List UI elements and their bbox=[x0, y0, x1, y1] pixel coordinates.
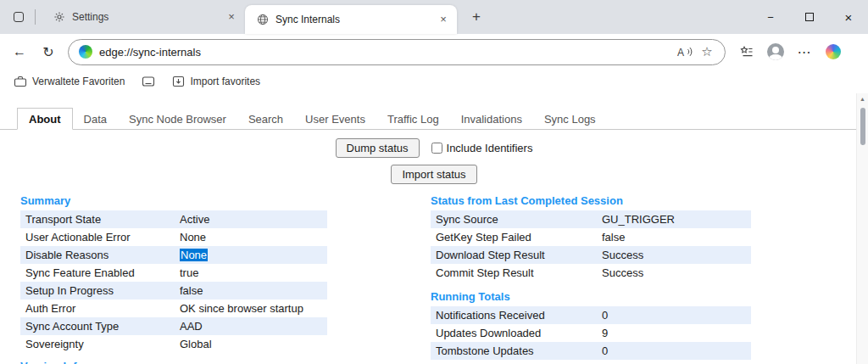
collections-icon bbox=[142, 76, 155, 87]
page-tab-sync-logs[interactable]: Sync Logs bbox=[533, 109, 607, 129]
table-row: Disable ReasonsNone bbox=[20, 246, 327, 264]
table-row: Commit Step ResultSuccess bbox=[431, 264, 751, 282]
row-label: Commit Step Result bbox=[431, 264, 597, 282]
row-value: Success bbox=[597, 264, 751, 282]
copilot-icon bbox=[826, 44, 841, 59]
row-label: Download Step Result bbox=[431, 246, 597, 264]
tab-actions-icon bbox=[14, 12, 24, 22]
tab-strip: Settings × Sync Internals × + − bbox=[0, 0, 868, 34]
row-value: GU_TRIGGER bbox=[597, 210, 751, 228]
refresh-icon: ↻ bbox=[42, 44, 53, 60]
status-controls: Dump status Include Identifiers Import s… bbox=[0, 138, 868, 184]
row-label: Sync Feature Enabled bbox=[20, 264, 175, 282]
include-identifiers-checkbox[interactable] bbox=[431, 143, 442, 154]
close-button[interactable]: × bbox=[829, 0, 868, 34]
row-value: None bbox=[175, 246, 327, 264]
collections-favorite[interactable] bbox=[136, 73, 160, 90]
running-totals-table: Notifications Received0Updates Downloade… bbox=[431, 306, 751, 364]
last-session-table: Sync SourceGU_TRIGGERGetKey Step Failedf… bbox=[431, 210, 751, 282]
tab-sync-internals[interactable]: Sync Internals × bbox=[245, 5, 457, 34]
maximize-button[interactable] bbox=[790, 0, 829, 34]
row-value: false bbox=[597, 228, 751, 246]
table-row: SovereigntyGlobal bbox=[20, 335, 327, 353]
row-value: None bbox=[175, 228, 327, 246]
url-text[interactable]: edge://sync-internals bbox=[99, 46, 674, 59]
table-row: Sync Feature Enabledtrue bbox=[20, 264, 327, 282]
row-value: Success bbox=[597, 246, 751, 264]
table-row: Tombstone Updates0 bbox=[431, 342, 751, 360]
read-aloud-button[interactable]: A bbox=[674, 42, 696, 62]
minimize-icon: − bbox=[767, 11, 774, 24]
table-row: Setup In Progressfalse bbox=[20, 282, 327, 300]
navigation-toolbar: ← ↻ edge://sync-internals A ☆ bbox=[0, 34, 868, 70]
address-bar[interactable]: edge://sync-internals A ☆ bbox=[68, 39, 726, 65]
profile-button[interactable] bbox=[763, 39, 788, 64]
managed-favorites-label: Verwaltete Favoriten bbox=[32, 76, 125, 87]
page-tab-search[interactable]: Search bbox=[237, 109, 294, 129]
tab-label: Settings bbox=[72, 11, 225, 23]
summary-table: Transport StateActiveUser Actionable Err… bbox=[20, 210, 327, 353]
row-label: Sync Account Type bbox=[20, 317, 175, 335]
page-tab-about[interactable]: About bbox=[17, 108, 73, 130]
row-value: Global bbox=[175, 335, 327, 353]
dump-status-button[interactable]: Dump status bbox=[336, 138, 420, 158]
table-row: GetKey Step Failedfalse bbox=[431, 228, 751, 246]
status-columns: Summary Transport StateActiveUser Action… bbox=[20, 194, 868, 364]
page-tab-sync-node-browser[interactable]: Sync Node Browser bbox=[118, 109, 237, 129]
favorites-hub-button[interactable] bbox=[734, 39, 760, 64]
tab-actions-button[interactable] bbox=[8, 7, 29, 27]
table-row: User Actionable ErrorNone bbox=[20, 228, 327, 246]
favorites-bar: Verwaltete Favoriten Import favorites bbox=[0, 70, 868, 93]
scrollbar-thumb[interactable] bbox=[860, 108, 865, 145]
page-tab-traffic-log[interactable]: Traffic Log bbox=[376, 109, 450, 129]
row-value: 0 bbox=[597, 342, 751, 360]
minimize-button[interactable]: − bbox=[751, 0, 790, 34]
version-info-heading: Version Info bbox=[20, 360, 327, 364]
row-label: Disable Reasons bbox=[20, 246, 175, 264]
scroll-up-icon[interactable]: ▲ bbox=[857, 93, 868, 105]
session-column: Status from Last Completed Session Sync … bbox=[431, 194, 751, 364]
row-label: Successful Commits bbox=[431, 360, 597, 364]
profile-avatar-icon bbox=[767, 43, 784, 60]
include-identifiers-label: Include Identifiers bbox=[447, 142, 533, 154]
table-row: Auth ErrorOK since browser startup bbox=[20, 300, 327, 317]
page-tab-bar: AboutDataSync Node BrowserSearchUser Eve… bbox=[0, 107, 868, 130]
row-label: GetKey Step Failed bbox=[431, 228, 597, 246]
divider bbox=[35, 9, 36, 25]
close-tab-icon[interactable]: × bbox=[225, 10, 238, 24]
back-button[interactable]: ← bbox=[7, 39, 32, 64]
row-label: Updates Downloaded bbox=[431, 324, 597, 342]
maximize-icon bbox=[805, 13, 814, 21]
running-totals-heading: Running Totals bbox=[431, 290, 751, 303]
import-favorites[interactable]: Import favorites bbox=[165, 73, 267, 90]
gear-icon bbox=[53, 11, 65, 23]
favorite-star-button[interactable]: ☆ bbox=[696, 42, 718, 62]
close-tab-icon[interactable]: × bbox=[437, 13, 450, 26]
page-tab-invalidations[interactable]: Invalidations bbox=[450, 109, 533, 129]
browser-window: Settings × Sync Internals × + − bbox=[0, 0, 868, 364]
table-row: Transport StateActive bbox=[20, 210, 327, 228]
row-label: Transport State bbox=[20, 210, 175, 228]
page-tab-user-events[interactable]: User Events bbox=[294, 109, 376, 129]
edge-page-icon bbox=[79, 45, 92, 59]
row-value: 21 bbox=[597, 360, 751, 364]
import-status-button[interactable]: Import status bbox=[391, 165, 476, 184]
row-label: Setup In Progress bbox=[20, 282, 175, 300]
row-value: AAD bbox=[175, 317, 327, 335]
refresh-button[interactable]: ↻ bbox=[36, 39, 61, 64]
row-value: 0 bbox=[597, 306, 751, 324]
new-tab-button[interactable]: + bbox=[465, 6, 487, 28]
table-row: Sync SourceGU_TRIGGER bbox=[431, 210, 751, 228]
page-tab-data[interactable]: Data bbox=[73, 109, 118, 129]
managed-favorites[interactable]: Verwaltete Favoriten bbox=[7, 73, 131, 90]
tab-settings[interactable]: Settings × bbox=[42, 0, 245, 34]
copilot-button[interactable] bbox=[821, 39, 846, 64]
back-icon: ← bbox=[13, 44, 26, 59]
globe-icon bbox=[257, 14, 269, 25]
scrollbar[interactable]: ▲ bbox=[856, 93, 868, 364]
table-row: Notifications Received0 bbox=[431, 306, 751, 324]
settings-menu-button[interactable]: ⋯ bbox=[792, 39, 817, 64]
table-row: Download Step ResultSuccess bbox=[431, 246, 751, 264]
row-value: true bbox=[175, 264, 327, 282]
row-label: User Actionable Error bbox=[20, 228, 175, 246]
